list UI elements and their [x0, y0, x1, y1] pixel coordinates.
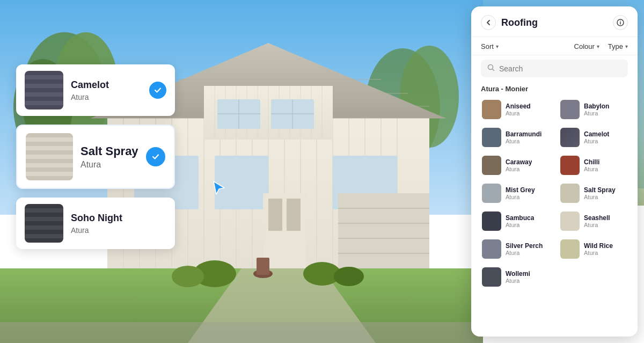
swatch-silver-perch	[482, 239, 501, 259]
color-item-sambuca[interactable]: SambucaAtura	[478, 208, 553, 235]
swatch-chilli	[560, 156, 580, 175]
item-brand-seashell: Atura	[584, 222, 610, 228]
swatch-sambuca	[482, 211, 501, 231]
svg-rect-53	[287, 199, 301, 231]
search-icon	[487, 64, 495, 73]
color-item-silver-perch[interactable]: Silver PerchAtura	[478, 236, 553, 262]
salt-spray-brand: Atura	[80, 160, 138, 170]
cursor-arrow	[209, 177, 231, 199]
item-brand-salt-spray: Atura	[584, 194, 616, 200]
swatch-caraway	[482, 156, 501, 175]
color-row: SambucaAturaSeashellAtura	[478, 208, 631, 235]
color-row: Silver PerchAturaWild RiceAtura	[478, 236, 631, 262]
item-info-sambuca: SambucaAtura	[506, 214, 534, 228]
color-item-salt-spray[interactable]: Salt SprayAtura	[556, 180, 631, 207]
colour-filter-button[interactable]: Colour ▾	[574, 42, 599, 50]
camelot-name: Camelot	[71, 79, 142, 91]
item-brand-barramundi: Atura	[506, 138, 541, 144]
color-item-caraway[interactable]: CarawayAtura	[478, 152, 553, 179]
color-item-wild-rice[interactable]: Wild RiceAtura	[556, 236, 631, 262]
soho-night-card[interactable]: Soho Night Atura	[16, 198, 175, 249]
swatch-wollemi	[482, 267, 501, 287]
back-button[interactable]	[481, 15, 496, 30]
item-brand-chilli: Atura	[584, 166, 599, 172]
sort-label: Sort	[481, 42, 494, 50]
sort-chevron-icon: ▾	[496, 43, 499, 49]
swatch-babylon	[560, 100, 580, 119]
section-label: Atura - Monier	[471, 81, 638, 96]
color-row: BarramundiAturaCamelotAtura	[478, 124, 631, 151]
panel-header: Roofing	[471, 6, 638, 37]
color-row: Mist GreyAturaSalt SprayAtura	[478, 180, 631, 207]
info-button[interactable]	[613, 15, 628, 30]
colour-label: Colour	[574, 42, 595, 50]
item-info-barramundi: BarramundiAtura	[506, 130, 541, 144]
color-item-mist-grey[interactable]: Mist GreyAtura	[478, 180, 553, 207]
swatch-wild-rice	[560, 239, 580, 259]
swatch-seashell	[560, 211, 580, 231]
svg-rect-66	[257, 258, 269, 275]
svg-line-72	[493, 69, 494, 71]
item-brand-camelot: Atura	[584, 138, 609, 144]
item-brand-sambuca: Atura	[506, 222, 534, 228]
item-brand-babylon: Atura	[584, 110, 609, 116]
color-row: CarawayAturaChilliAtura	[478, 152, 631, 179]
type-filter-button[interactable]: Type ▾	[608, 42, 628, 50]
color-item-wollemi[interactable]: WollemiAtura	[478, 264, 553, 290]
salt-spray-swatch	[26, 133, 73, 180]
filter-bar: Sort ▾ Colour ▾ Type ▾	[471, 37, 638, 55]
item-info-silver-perch: Silver PerchAtura	[506, 242, 543, 256]
svg-rect-52	[268, 199, 282, 231]
item-info-wollemi: WollemiAtura	[506, 270, 530, 284]
sort-button[interactable]: Sort ▾	[481, 42, 499, 50]
svg-rect-67	[0, 322, 483, 343]
item-name-wollemi: Wollemi	[506, 270, 530, 278]
item-info-babylon: BabylonAtura	[584, 103, 609, 116]
salt-spray-name: Salt Spray	[80, 144, 138, 159]
item-info-salt-spray: Salt SprayAtura	[584, 186, 616, 200]
soho-night-info: Soho Night Atura	[71, 212, 166, 234]
item-name-camelot: Camelot	[584, 130, 609, 138]
svg-point-62	[172, 266, 204, 287]
color-item-camelot[interactable]: CamelotAtura	[556, 124, 631, 151]
item-name-barramundi: Barramundi	[506, 130, 541, 138]
right-panel: Roofing Sort ▾ Colour ▾ Type ▾	[471, 6, 638, 337]
item-info-aniseed: AniseedAtura	[506, 103, 531, 116]
item-name-salt-spray: Salt Spray	[584, 186, 616, 194]
item-name-mist-grey: Mist Grey	[506, 186, 535, 194]
item-name-babylon: Babylon	[584, 103, 609, 110]
swatch-mist-grey	[482, 184, 501, 203]
item-brand-aniseed: Atura	[506, 110, 531, 116]
color-item-chilli[interactable]: ChilliAtura	[556, 152, 631, 179]
item-name-aniseed: Aniseed	[506, 103, 531, 110]
salt-spray-info: Salt Spray Atura	[80, 144, 138, 170]
item-info-camelot: CamelotAtura	[584, 130, 609, 144]
swatch-aniseed	[482, 100, 501, 119]
item-name-silver-perch: Silver Perch	[506, 242, 543, 250]
type-label: Type	[608, 42, 623, 50]
item-brand-caraway: Atura	[506, 166, 532, 172]
colour-chevron-icon: ▾	[597, 43, 599, 49]
color-item-aniseed[interactable]: AniseedAtura	[478, 96, 553, 123]
item-name-caraway: Caraway	[506, 158, 532, 166]
soho-night-swatch	[25, 204, 63, 243]
item-brand-wollemi: Atura	[506, 278, 530, 284]
floating-cards-container: Camelot Atura Salt Spray Atura Soho Nigh…	[16, 64, 175, 249]
svg-point-70	[620, 20, 620, 21]
item-name-sambuca: Sambuca	[506, 214, 534, 222]
item-name-wild-rice: Wild Rice	[584, 242, 613, 250]
item-brand-mist-grey: Atura	[506, 194, 535, 200]
color-row: WollemiAtura	[478, 264, 631, 290]
item-info-seashell: SeashellAtura	[584, 214, 610, 228]
search-input[interactable]	[499, 64, 621, 73]
item-info-mist-grey: Mist GreyAtura	[506, 186, 535, 200]
item-brand-wild-rice: Atura	[584, 250, 613, 256]
camelot-card[interactable]: Camelot Atura	[16, 64, 175, 116]
color-item-babylon[interactable]: BabylonAtura	[556, 96, 631, 123]
color-item-barramundi[interactable]: BarramundiAtura	[478, 124, 553, 151]
svg-rect-54	[338, 193, 429, 268]
item-info-wild-rice: Wild RiceAtura	[584, 242, 613, 256]
item-info-chilli: ChilliAtura	[584, 158, 599, 172]
salt-spray-card[interactable]: Salt Spray Atura	[16, 125, 175, 189]
color-item-seashell[interactable]: SeashellAtura	[556, 208, 631, 235]
